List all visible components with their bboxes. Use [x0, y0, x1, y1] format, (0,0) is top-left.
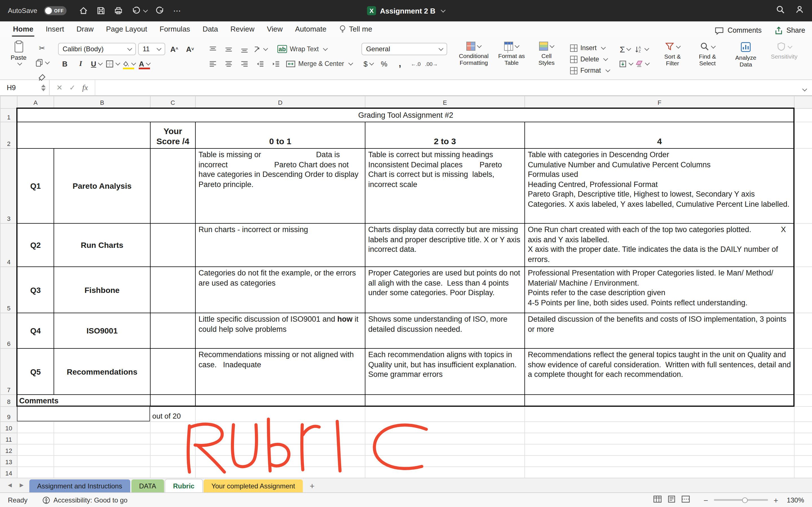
cell-C11[interactable]	[150, 433, 195, 444]
cell-D12[interactable]	[195, 444, 365, 455]
cell-B12[interactable]	[54, 444, 150, 455]
cell-G9[interactable]	[794, 406, 812, 421]
account-button[interactable]	[795, 5, 804, 16]
cell-C5[interactable]	[150, 267, 195, 313]
cell-E11[interactable]	[365, 433, 525, 444]
sensitivity-button[interactable]: Sensitivity	[769, 41, 799, 60]
cell-C8[interactable]	[150, 395, 195, 406]
comments-button[interactable]: Comments	[714, 26, 762, 35]
align-top-button[interactable]	[206, 43, 219, 55]
row-header-6[interactable]: 6	[0, 313, 17, 348]
cell-F6[interactable]: Detailed discussion of the benefits and …	[525, 313, 794, 348]
cell-C10[interactable]	[150, 421, 195, 433]
cell-F2[interactable]: 4	[525, 122, 794, 149]
zoom-slider[interactable]	[714, 499, 768, 501]
cell-A1-title[interactable]: Grading Tool Assignment #2	[17, 108, 794, 122]
cell-C14[interactable]	[150, 467, 195, 478]
sheet-tab-data[interactable]: DATA	[131, 480, 164, 492]
cell-C13[interactable]	[150, 455, 195, 467]
select-all-corner[interactable]	[0, 96, 17, 108]
page-break-view-button[interactable]	[681, 495, 690, 505]
normal-view-button[interactable]	[653, 495, 662, 505]
align-center-button[interactable]	[221, 57, 235, 70]
cell-E9[interactable]	[365, 406, 525, 421]
cell-D7[interactable]: Recommendations missing or not aligned w…	[195, 348, 365, 395]
cell-C3[interactable]	[150, 149, 195, 223]
undo-button[interactable]	[132, 6, 147, 15]
row-header-8[interactable]: 8	[0, 395, 17, 406]
copy-button[interactable]	[35, 56, 49, 69]
cell-G13[interactable]	[794, 455, 812, 467]
home-button[interactable]	[79, 6, 88, 15]
cell-D14[interactable]	[195, 467, 365, 478]
row-header-13[interactable]: 13	[0, 455, 17, 467]
more-commands-button[interactable]: ⋯	[173, 6, 182, 15]
add-sheet-button[interactable]: +	[304, 481, 320, 492]
cell-F10[interactable]	[525, 421, 794, 433]
cell-G7[interactable]	[794, 348, 812, 395]
cell-A10[interactable]	[17, 421, 54, 433]
cell-B3[interactable]: Pareto Analysis	[54, 149, 150, 223]
redo-button[interactable]	[156, 6, 165, 15]
delete-cells-button[interactable]: Delete	[570, 54, 609, 64]
wrap-text-button[interactable]: ab Wrap Text	[277, 43, 327, 55]
save-button[interactable]	[96, 6, 105, 15]
name-box[interactable]: H9	[0, 80, 50, 95]
autosum-button[interactable]: Σ	[618, 43, 632, 55]
analyze-data-button[interactable]: Analyze Data	[731, 41, 760, 68]
cell-F4[interactable]: One Run chart created with each of the t…	[525, 223, 794, 267]
cell-A13[interactable]	[17, 455, 54, 467]
share-button[interactable]: Share	[774, 26, 805, 35]
cell-D8[interactable]	[195, 395, 365, 406]
font-name-select[interactable]: Calibri (Body)	[58, 43, 136, 55]
cell-A8-comments[interactable]: Comments	[17, 395, 150, 406]
tab-formulas[interactable]: Formulas	[153, 22, 196, 37]
row-header-4[interactable]: 4	[0, 223, 17, 267]
insert-cells-button[interactable]: Insert	[570, 43, 609, 53]
zoom-out-button[interactable]: −	[703, 496, 708, 504]
row-header-3[interactable]: 3	[0, 149, 17, 223]
column-header-A[interactable]: A	[17, 96, 54, 108]
cell-styles-button[interactable]: Cell Styles	[532, 42, 561, 66]
autosave-toggle[interactable]: OFF	[44, 6, 66, 15]
cell-D13[interactable]	[195, 455, 365, 467]
cell-G2[interactable]	[794, 122, 812, 149]
column-header-C[interactable]: C	[150, 96, 195, 108]
scroll-tabs-left-button[interactable]: ◀	[8, 479, 12, 489]
cell-D10[interactable]	[195, 421, 365, 433]
cell-F7[interactable]: Recommendations reflect the general topi…	[525, 348, 794, 395]
cell-D5[interactable]: Categories do not fit the example, or th…	[195, 267, 365, 313]
fill-color-button[interactable]	[122, 57, 135, 70]
cell-B10[interactable]	[54, 421, 150, 433]
tab-home[interactable]: Home	[7, 22, 40, 37]
cell-G12[interactable]	[794, 444, 812, 455]
cell-E12[interactable]	[365, 444, 525, 455]
cell-B11[interactable]	[54, 433, 150, 444]
cell-D6[interactable]: Little specific discussion of ISO9001 an…	[195, 313, 365, 348]
row-header-10[interactable]: 10	[0, 421, 17, 433]
cell-A6[interactable]: Q4	[17, 313, 54, 348]
cell-A12[interactable]	[17, 444, 54, 455]
font-color-button[interactable]: A	[138, 57, 151, 70]
cell-E5[interactable]: Proper Categories are used but points do…	[365, 267, 525, 313]
borders-button[interactable]	[105, 57, 119, 70]
page-layout-view-button[interactable]	[667, 495, 676, 505]
bold-button[interactable]: B	[58, 57, 71, 70]
column-header-D[interactable]: D	[195, 96, 365, 108]
clear-button[interactable]	[635, 57, 649, 70]
cell-E6[interactable]: Shows some understanding of ISO, more de…	[365, 313, 525, 348]
cell-F5[interactable]: Professional Presentation with Proper Ca…	[525, 267, 794, 313]
row-header-14[interactable]: 14	[0, 467, 17, 478]
confirm-entry-button[interactable]: ✓	[69, 83, 75, 92]
cell-D4[interactable]: Run charts - incorrect or missing	[195, 223, 365, 267]
cell-E13[interactable]	[365, 455, 525, 467]
tab-draw[interactable]: Draw	[70, 22, 100, 37]
cell-G10[interactable]	[794, 421, 812, 433]
cell-G5[interactable]	[794, 267, 812, 313]
underline-button[interactable]: U	[90, 57, 103, 70]
cell-F12[interactable]	[525, 444, 794, 455]
cell-B6[interactable]: ISO9001	[54, 313, 150, 348]
cell-G8[interactable]	[794, 395, 812, 406]
cell-D11[interactable]	[195, 433, 365, 444]
decrease-decimal-button[interactable]: .00→	[424, 57, 438, 70]
